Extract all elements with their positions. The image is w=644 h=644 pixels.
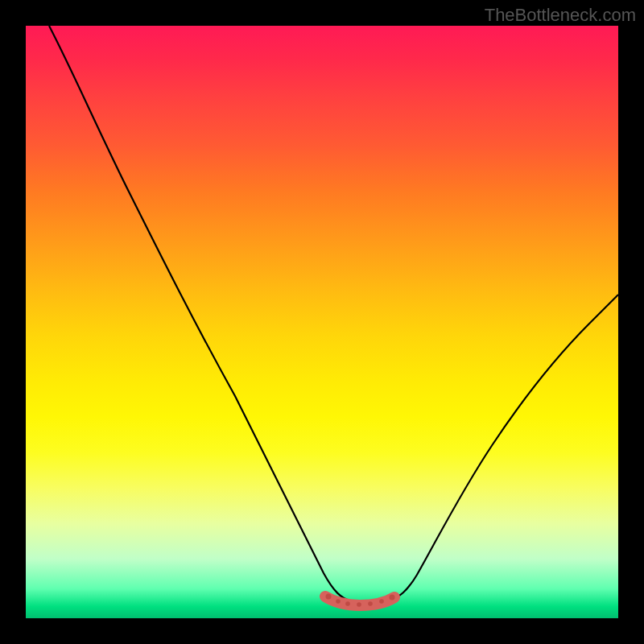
svg-point-4: [368, 601, 373, 606]
svg-point-1: [336, 599, 341, 604]
svg-point-0: [326, 594, 332, 600]
bottleneck-curve-line: [49, 26, 618, 603]
svg-point-6: [390, 595, 395, 601]
svg-point-3: [357, 602, 361, 607]
svg-point-2: [345, 601, 350, 606]
watermark-text: TheBottleneck.com: [485, 5, 636, 26]
chart-svg: [26, 26, 618, 618]
plot-area: [26, 26, 618, 618]
svg-point-5: [379, 599, 384, 604]
